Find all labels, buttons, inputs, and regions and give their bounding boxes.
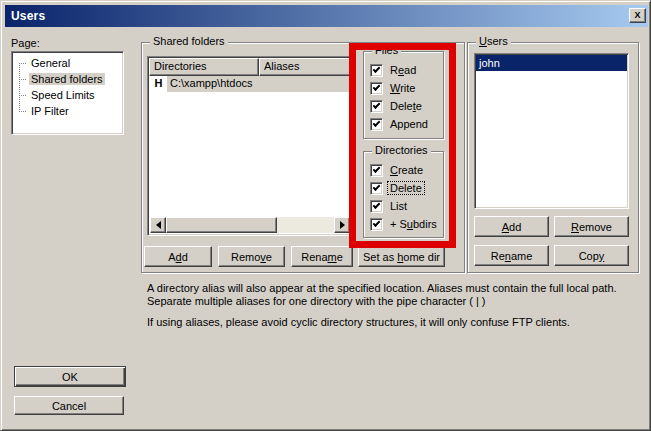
scroll-left-button[interactable] bbox=[150, 217, 166, 233]
button-label: Copy bbox=[579, 250, 605, 262]
check-icon bbox=[373, 101, 381, 109]
home-marker: H bbox=[150, 76, 167, 92]
directories-group-label: Directories bbox=[372, 144, 431, 156]
window-title: Users bbox=[11, 9, 45, 23]
ok-button[interactable]: OK bbox=[14, 366, 126, 387]
checkbox-label: Create bbox=[388, 164, 425, 176]
files-group-label: Files bbox=[372, 44, 401, 56]
copy-user-button[interactable]: Copy bbox=[554, 245, 629, 266]
sidebar-item-general[interactable]: General bbox=[12, 55, 123, 71]
checkbox-files-delete[interactable]: Delete bbox=[370, 99, 424, 113]
checkbox-files-read[interactable]: Read bbox=[370, 63, 418, 77]
folders-table: Directories Aliases H C:\xampp\htdocs bbox=[147, 56, 353, 236]
button-label: Remove bbox=[571, 221, 612, 233]
checkbox-icon[interactable] bbox=[370, 164, 383, 177]
checkbox-icon[interactable] bbox=[370, 82, 383, 95]
checkbox-icon[interactable] bbox=[370, 100, 383, 113]
scroll-right-icon bbox=[340, 221, 345, 229]
shared-folders-group-label: Shared folders bbox=[150, 35, 228, 47]
remove-user-button[interactable]: Remove bbox=[554, 216, 629, 237]
checkbox-dirs-subdirs[interactable]: + Subdirs bbox=[370, 217, 439, 231]
checkbox-icon[interactable] bbox=[370, 218, 383, 231]
checkbox-files-write[interactable]: Write bbox=[370, 81, 417, 95]
checkbox-label: Write bbox=[388, 82, 417, 94]
checkbox-label: + Subdirs bbox=[388, 218, 439, 230]
remove-folder-button[interactable]: Remove bbox=[218, 246, 285, 267]
button-label: Cancel bbox=[52, 400, 86, 412]
button-label: Add bbox=[502, 221, 522, 233]
checkbox-icon[interactable] bbox=[370, 118, 383, 131]
checkbox-dirs-create[interactable]: Create bbox=[370, 163, 425, 177]
rename-user-button[interactable]: Rename bbox=[474, 245, 549, 266]
checkbox-icon[interactable] bbox=[370, 64, 383, 77]
check-icon bbox=[373, 83, 381, 91]
list-item-john[interactable]: john bbox=[476, 55, 627, 71]
column-header-directories[interactable]: Directories bbox=[149, 58, 259, 76]
check-icon bbox=[373, 119, 381, 127]
sidebar-item-shared-folders[interactable]: Shared folders bbox=[12, 71, 123, 87]
column-header-aliases[interactable]: Aliases bbox=[259, 58, 351, 76]
check-icon bbox=[373, 183, 381, 191]
cyclic-warning-text: If using aliases, please avoid cyclic di… bbox=[147, 316, 651, 329]
users-list: john bbox=[474, 53, 629, 209]
alias-help-text: A directory alias will also appear at th… bbox=[147, 282, 651, 308]
checkbox-files-append[interactable]: Append bbox=[370, 117, 430, 131]
checkbox-label: Delete bbox=[388, 100, 424, 112]
table-row[interactable]: H C:\xampp\htdocs bbox=[150, 76, 350, 92]
users-group-label: Users bbox=[476, 35, 511, 47]
rename-folder-button[interactable]: Rename bbox=[291, 246, 353, 267]
checkbox-label: Read bbox=[388, 64, 418, 76]
sidebar-item-label[interactable]: Speed Limits bbox=[29, 89, 97, 101]
check-icon bbox=[373, 165, 381, 173]
scrollbar-thumb[interactable] bbox=[166, 217, 277, 233]
close-icon: X bbox=[634, 11, 640, 20]
directory-cell[interactable]: C:\xampp\htdocs bbox=[167, 76, 350, 92]
sidebar-item-ip-filter[interactable]: IP Filter bbox=[12, 103, 123, 119]
checkbox-dirs-delete[interactable]: Delete bbox=[370, 181, 424, 195]
set-as-home-dir-button[interactable]: Set as home dir bbox=[358, 246, 445, 267]
close-button[interactable]: X bbox=[629, 8, 646, 23]
check-icon bbox=[373, 201, 381, 209]
add-folder-button[interactable]: Add bbox=[144, 246, 212, 267]
button-label: OK bbox=[62, 371, 78, 383]
info-text: A directory alias will also appear at th… bbox=[147, 282, 651, 329]
scroll-right-button[interactable] bbox=[334, 217, 350, 233]
button-label: Remove bbox=[231, 251, 272, 263]
users-dialog: Users X Page: General Shared folders Spe… bbox=[0, 0, 651, 431]
checkbox-label: List bbox=[388, 200, 409, 212]
checkbox-dirs-list[interactable]: List bbox=[370, 199, 409, 213]
titlebar[interactable]: Users bbox=[5, 5, 648, 27]
button-label: Set as home dir bbox=[363, 251, 440, 263]
button-label: Rename bbox=[301, 251, 343, 263]
files-group: Files Read Write Delete Append bbox=[363, 51, 444, 139]
checkbox-label: Delete bbox=[388, 182, 424, 194]
checkbox-icon[interactable] bbox=[370, 182, 383, 195]
sidebar-item-label[interactable]: Shared folders bbox=[29, 73, 105, 85]
cancel-button[interactable]: Cancel bbox=[14, 396, 124, 415]
page-list: General Shared folders Speed Limits IP F… bbox=[11, 51, 124, 135]
button-label: Add bbox=[168, 251, 188, 263]
checkbox-label: Append bbox=[388, 118, 430, 130]
directories-group: Directories Create Delete List + Subdirs bbox=[363, 151, 444, 238]
sidebar-item-label[interactable]: IP Filter bbox=[29, 105, 71, 117]
checkbox-icon[interactable] bbox=[370, 200, 383, 213]
button-label: Rename bbox=[491, 250, 533, 262]
check-icon bbox=[373, 65, 381, 73]
sidebar-item-label[interactable]: General bbox=[29, 57, 72, 69]
folders-table-header: Directories Aliases bbox=[149, 58, 351, 76]
page-label: Page: bbox=[11, 37, 40, 49]
check-icon bbox=[373, 219, 381, 227]
add-user-button[interactable]: Add bbox=[474, 216, 549, 237]
horizontal-scrollbar[interactable] bbox=[150, 217, 350, 233]
sidebar-item-speed-limits[interactable]: Speed Limits bbox=[12, 87, 123, 103]
scroll-left-icon bbox=[156, 221, 161, 229]
